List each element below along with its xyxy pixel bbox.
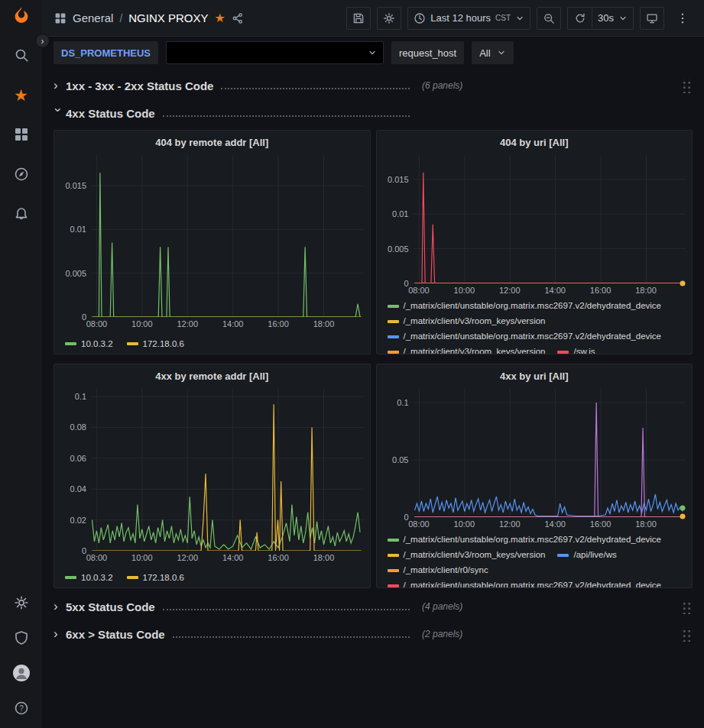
row-5xx-status-code[interactable]: › 5xx Status Code (4 panels): [54, 596, 693, 617]
compass-icon: [14, 167, 29, 182]
kebab-icon: ⋮: [676, 11, 689, 25]
gear-icon: [383, 12, 395, 24]
svg-text:?: ?: [19, 704, 24, 713]
avatar: [12, 663, 31, 683]
legend-item[interactable]: /_matrix/client/v3/room_keys/version: [388, 315, 546, 328]
row-4xx-status-code[interactable]: › 4xx Status Code: [54, 102, 693, 124]
sidebar-avatar[interactable]: [12, 664, 31, 682]
sidebar-item-alerting[interactable]: [12, 205, 31, 223]
sidebar-item-starred[interactable]: ★: [12, 86, 31, 104]
y-tick-label: 0.1: [397, 398, 408, 407]
sidebar-item-configuration[interactable]: [12, 594, 31, 612]
legend-item[interactable]: /_matrix/client/unstable/org.matrix.msc2…: [388, 579, 662, 587]
chart-plot[interactable]: [91, 389, 364, 551]
chevron-right-icon: ›: [54, 599, 66, 614]
main-area: General / NGINX PROXY ★ Last 12 hours CS…: [42, 0, 704, 728]
legend-label: 172.18.0.6: [143, 573, 184, 582]
time-range-picker[interactable]: Last 12 hours CST: [407, 7, 530, 30]
breadcrumb: General / NGINX PROXY ★: [54, 11, 244, 25]
y-tick-label: 0.01: [392, 209, 408, 218]
legend-item[interactable]: 10.0.3.2: [65, 339, 113, 348]
row-1xx-3xx-2xx-status-code[interactable]: › 1xx - 3xx - 2xx Status Code (6 panels): [54, 75, 693, 96]
legend-item[interactable]: /_matrix/client/unstable/org.matrix.msc2…: [388, 299, 662, 312]
chevron-down-icon: ›: [50, 108, 66, 120]
y-tick-label: 0.06: [70, 454, 86, 463]
apps-grid-icon[interactable]: [54, 12, 67, 24]
x-tick-label: 10:00: [131, 553, 153, 562]
cycle-view-mode-button[interactable]: [640, 7, 664, 30]
legend-item[interactable]: 172.18.0.6: [127, 573, 184, 582]
topbar-actions: Last 12 hours CST 30s: [346, 7, 695, 30]
y-tick-label: 0.005: [65, 269, 86, 278]
chevron-down-icon: [497, 48, 506, 57]
zoom-out-button[interactable]: [537, 7, 561, 30]
request-host-variable-select[interactable]: All: [472, 41, 513, 64]
grafana-logo-icon[interactable]: [12, 6, 31, 24]
sidebar-item-help[interactable]: ?: [12, 699, 31, 717]
x-tick-label: 16:00: [268, 553, 289, 562]
share-icon[interactable]: [232, 12, 244, 24]
x-tick-label: 18:00: [635, 286, 657, 295]
grafana-app: ★ ? ›: [0, 0, 704, 728]
legend-label: 10.0.3.2: [81, 573, 113, 582]
legend-item[interactable]: /_matrix/client/unstable/org.matrix.msc2…: [388, 533, 662, 546]
legend-item[interactable]: /_matrix/client/r0/sync: [388, 564, 488, 577]
row-drag-handle-icon[interactable]: [681, 79, 691, 93]
legend-swatch: [557, 351, 569, 354]
variables-bar: DS_PROMETHEUS request_host All: [42, 37, 704, 69]
row-6xx-status-code[interactable]: › 6xx > Status Code (2 panels): [54, 623, 693, 645]
legend-swatch: [127, 342, 138, 345]
chart-plot[interactable]: [414, 155, 686, 283]
refresh-button[interactable]: [567, 7, 592, 30]
chart-plot[interactable]: [91, 155, 364, 317]
sidebar-item-dashboards[interactable]: [12, 125, 31, 144]
sidebar-item-server-admin[interactable]: [12, 629, 31, 647]
x-tick-label: 12:00: [499, 519, 521, 529]
request-host-variable-label[interactable]: request_host: [391, 41, 464, 64]
legend-item[interactable]: /_matrix/client/v3/room_keys/version: [388, 548, 546, 561]
chart-plot[interactable]: [414, 389, 686, 517]
legend-swatch: [557, 554, 569, 557]
row-drag-handle-icon[interactable]: [681, 627, 691, 642]
legend-item[interactable]: 10.0.3.2: [65, 573, 113, 582]
request-host-variable-value: All: [479, 47, 490, 59]
legend-label: 10.0.3.2: [81, 339, 113, 348]
legend-item[interactable]: /sw.js: [557, 345, 595, 354]
panel-title[interactable]: 404 by remote addr [All]: [54, 131, 370, 154]
panel-title[interactable]: 404 by uri [All]: [377, 131, 693, 154]
sidebar-expand-button[interactable]: ›: [35, 34, 50, 48]
x-axis: 08:0010:0012:0014:0016:0018:00: [91, 317, 364, 331]
row-drag-handle-icon[interactable]: [681, 600, 691, 614]
breadcrumb-section[interactable]: General: [73, 11, 113, 24]
x-tick-label: 18:00: [313, 319, 335, 328]
panel-title[interactable]: 4xx by remote addr [All]: [54, 364, 370, 387]
sidebar-item-search[interactable]: [12, 46, 31, 64]
legend-label: /_matrix/client/unstable/org.matrix.msc2…: [404, 533, 662, 546]
dotted-leader: [173, 630, 410, 638]
legend-item[interactable]: /api/live/ws: [557, 548, 616, 561]
legend-item[interactable]: 172.18.0.6: [127, 339, 184, 348]
sidebar: ★ ?: [0, 0, 42, 728]
dashboard-settings-button[interactable]: [377, 7, 401, 30]
x-tick-label: 16:00: [590, 286, 612, 295]
y-tick-label: 0.08: [70, 422, 86, 432]
datasource-variable-select[interactable]: [166, 41, 384, 64]
legend-label: /_matrix/client/r0/sync: [404, 564, 488, 577]
star-dashboard-icon[interactable]: ★: [214, 11, 225, 25]
legend: /_matrix/client/unstable/org.matrix.msc2…: [377, 531, 693, 587]
chart-series: [92, 173, 360, 317]
sidebar-item-explore[interactable]: [12, 165, 31, 183]
zoom-out-icon: [543, 12, 555, 24]
legend-item[interactable]: /_matrix/client/v3/room_keys/version: [388, 345, 546, 354]
legend-label: /_matrix/client/unstable/org.matrix.msc2…: [404, 579, 662, 587]
dashboard-title[interactable]: NGINX PROXY: [128, 11, 208, 24]
more-options-button[interactable]: ⋮: [670, 7, 695, 30]
chevron-right-icon: ›: [54, 78, 66, 93]
x-tick-label: 08:00: [86, 553, 108, 562]
datasource-variable-label[interactable]: DS_PROMETHEUS: [54, 41, 158, 64]
save-icon: [352, 12, 365, 24]
refresh-interval-picker[interactable]: 30s: [592, 7, 634, 30]
legend-item[interactable]: /_matrix/client/unstable/org.matrix.msc2…: [388, 330, 662, 343]
save-dashboard-button[interactable]: [346, 7, 371, 30]
panel-title[interactable]: 4xx by uri [All]: [377, 364, 693, 387]
